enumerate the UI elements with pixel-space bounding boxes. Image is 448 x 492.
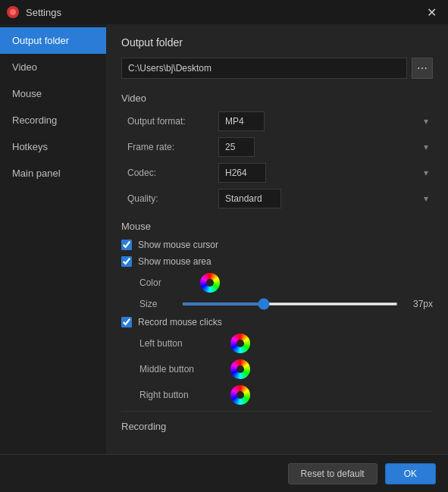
show-area-label: Show mouse area: [138, 256, 211, 267]
codec-wrapper: H264 H265 VP9: [218, 163, 433, 183]
content-area: Output folder ⋯ Video Output format: MP4…: [106, 24, 448, 454]
sidebar-item-hotkeys[interactable]: Hotkeys: [0, 133, 106, 160]
color-row: Color: [121, 273, 433, 293]
codec-select[interactable]: H264 H265 VP9: [218, 163, 266, 183]
left-button-row: Left button: [121, 334, 433, 353]
sidebar-item-video[interactable]: Video: [0, 54, 106, 80]
sidebar: Output folder Video Mouse Recording Hotk…: [0, 24, 106, 454]
show-cursor-row: Show mouse cursor: [121, 240, 433, 250]
video-section-title: Video: [121, 92, 433, 104]
reset-button[interactable]: Reset to default: [288, 463, 378, 484]
mouse-section-title: Mouse: [121, 221, 433, 232]
middle-button-label: Middle button: [139, 364, 230, 374]
output-format-wrapper: MP4 AVI MKV: [218, 111, 433, 131]
size-label: Size: [139, 299, 174, 309]
show-area-row: Show mouse area: [121, 256, 433, 267]
section-divider: [121, 411, 433, 412]
right-button-label: Right button: [139, 390, 230, 400]
main-content: Output folder Video Mouse Recording Hotk…: [0, 24, 448, 454]
color-label: Color: [139, 277, 200, 288]
quality-row: Quality: Standard High Low: [121, 189, 433, 208]
middle-button-color-icon[interactable]: [230, 359, 250, 379]
sidebar-item-mouse[interactable]: Mouse: [0, 80, 106, 107]
browse-button[interactable]: ⋯: [412, 58, 433, 79]
frame-rate-row: Frame rate: 25 30 60: [121, 137, 433, 157]
folder-path-input[interactable]: [121, 58, 407, 79]
output-format-row: Output format: MP4 AVI MKV: [121, 111, 433, 131]
quality-select[interactable]: Standard High Low: [218, 189, 281, 208]
frame-rate-label: Frame rate:: [127, 142, 218, 152]
size-slider[interactable]: [182, 302, 398, 306]
output-format-label: Output format:: [127, 116, 218, 127]
output-format-select[interactable]: MP4 AVI MKV: [218, 111, 265, 131]
size-row: Size 37px: [121, 299, 433, 309]
sidebar-item-output-folder[interactable]: Output folder: [0, 27, 106, 54]
quality-wrapper: Standard High Low: [218, 189, 433, 208]
left-button-label: Left button: [139, 338, 230, 349]
color-picker-icon[interactable]: [200, 273, 220, 293]
codec-label: Codec:: [127, 168, 218, 178]
titlebar: Settings ✕: [0, 0, 448, 24]
sidebar-item-recording[interactable]: Recording: [0, 107, 106, 133]
right-button-row: Right button: [121, 385, 433, 405]
left-button-color-icon[interactable]: [230, 334, 250, 353]
record-clicks-label: Record mouse clicks: [138, 317, 222, 327]
ok-button[interactable]: OK: [385, 463, 436, 484]
recording-section-title: Recording: [121, 421, 433, 432]
window-title: Settings: [26, 7, 421, 18]
show-area-checkbox[interactable]: [121, 256, 132, 267]
show-cursor-checkbox[interactable]: [121, 240, 132, 250]
mouse-section: Mouse Show mouse cursor Show mouse area …: [121, 221, 433, 405]
video-section: Video Output format: MP4 AVI MKV Frame r…: [121, 92, 433, 208]
record-clicks-checkbox[interactable]: [121, 317, 132, 327]
settings-window: Settings ✕ Output folder Video Mouse Rec…: [0, 0, 448, 492]
quality-label: Quality:: [127, 193, 218, 204]
frame-rate-select[interactable]: 25 30 60: [218, 137, 255, 157]
show-cursor-label: Show mouse cursor: [138, 240, 218, 250]
size-value: 37px: [406, 299, 433, 309]
footer: Reset to default OK: [0, 454, 448, 492]
right-button-color-icon[interactable]: [230, 385, 250, 405]
close-button[interactable]: ✕: [421, 2, 442, 23]
middle-button-row: Middle button: [121, 359, 433, 379]
output-folder-title: Output folder: [121, 36, 433, 49]
sidebar-item-main-panel[interactable]: Main panel: [0, 160, 106, 186]
svg-point-1: [10, 9, 16, 15]
app-icon: [6, 5, 20, 19]
record-clicks-row: Record mouse clicks: [121, 317, 433, 327]
codec-row: Codec: H264 H265 VP9: [121, 163, 433, 183]
folder-row: ⋯: [121, 58, 433, 79]
frame-rate-wrapper: 25 30 60: [218, 137, 433, 157]
